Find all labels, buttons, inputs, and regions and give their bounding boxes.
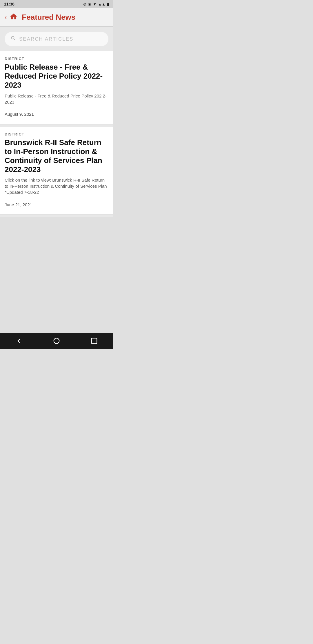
- news-item-1[interactable]: DISTRICT Public Release - Free & Reduced…: [0, 51, 113, 124]
- search-container: [0, 27, 113, 51]
- music-icon: ⊙: [83, 2, 86, 6]
- home-icon: [10, 12, 18, 21]
- square-nav-icon: [90, 337, 98, 345]
- circle-nav-icon: [52, 337, 61, 345]
- svg-point-0: [54, 338, 59, 343]
- news-category-2: DISTRICT: [5, 132, 108, 136]
- svg-rect-1: [92, 338, 97, 343]
- news-category-1: DISTRICT: [5, 57, 108, 61]
- recents-nav-button[interactable]: [88, 334, 101, 348]
- battery-icon: ▮: [107, 2, 109, 6]
- wifi-icon: ▼: [93, 2, 97, 6]
- status-icons: ⊙ ▣ ▼ ▲▲ ▮: [83, 2, 109, 6]
- status-bar: 11:36 ⊙ ▣ ▼ ▲▲ ▮: [0, 0, 113, 8]
- news-item-2[interactable]: DISTRICT Brunswick R-II Safe Return to I…: [0, 127, 113, 215]
- app-bar: ‹ Featured News: [0, 8, 113, 27]
- news-date-1: August 9, 2021: [5, 112, 34, 117]
- status-time: 11:36: [4, 2, 14, 6]
- search-bar: [5, 32, 108, 46]
- empty-area: [0, 217, 113, 333]
- search-input[interactable]: [19, 36, 103, 42]
- news-summary-1: Public Release - Free & Reduced Price Po…: [5, 93, 108, 105]
- back-nav-icon: [15, 337, 23, 345]
- news-summary-2: Click on the link to view: Brunswick R-I…: [5, 177, 108, 195]
- bottom-nav-bar: [0, 333, 113, 349]
- page-title: Featured News: [22, 13, 75, 22]
- news-footer-2: June 21, 2021: [5, 199, 108, 210]
- news-footer-1: August 9, 2021: [5, 109, 108, 120]
- home-button[interactable]: [10, 12, 18, 22]
- share-icon-1: [99, 110, 107, 118]
- home-nav-button[interactable]: [50, 334, 63, 348]
- notification-icon: ▣: [88, 2, 91, 6]
- news-title-2: Brunswick R-II Safe Return to In-Person …: [5, 138, 108, 174]
- share-icon-2: [99, 200, 107, 209]
- share-button-2[interactable]: [98, 199, 108, 210]
- news-list: DISTRICT Public Release - Free & Reduced…: [0, 51, 113, 217]
- search-icon: [10, 35, 16, 43]
- news-date-2: June 21, 2021: [5, 202, 32, 207]
- back-button[interactable]: ‹: [5, 14, 7, 21]
- news-title-1: Public Release - Free & Reduced Price Po…: [5, 63, 108, 90]
- back-nav-button[interactable]: [12, 334, 25, 348]
- signal-icon: ▲▲: [98, 2, 105, 6]
- share-button-1[interactable]: [98, 109, 108, 120]
